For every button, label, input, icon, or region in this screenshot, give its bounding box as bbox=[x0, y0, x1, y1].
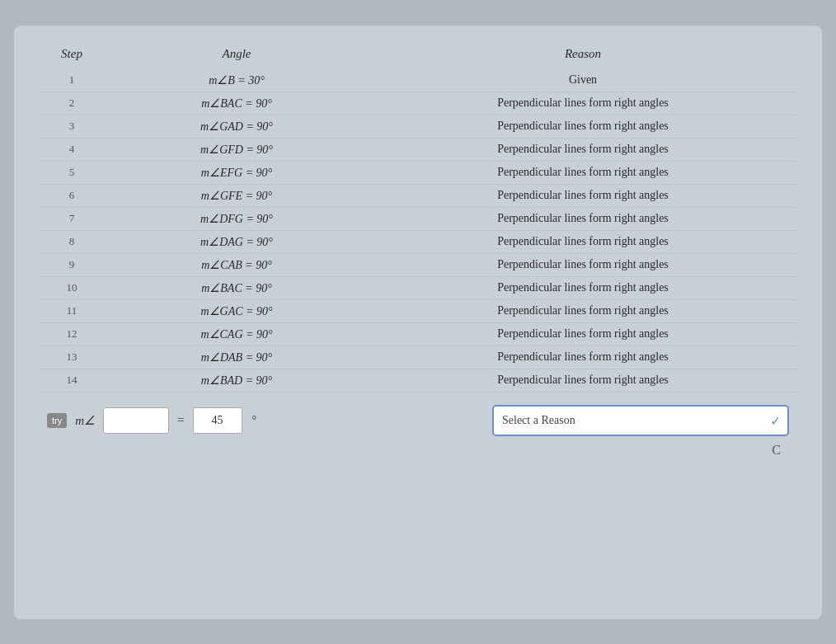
step-cell: 6 bbox=[39, 184, 105, 207]
angle-label: m∠ bbox=[75, 413, 95, 428]
table-row: 2m∠BAC = 90°Perpendicular lines form rig… bbox=[39, 92, 797, 115]
table-row: 7m∠DFG = 90°Perpendicular lines form rig… bbox=[39, 207, 797, 230]
reason-cell: Given bbox=[369, 69, 797, 92]
angle-cell: m∠BAD = 90° bbox=[105, 369, 369, 392]
step-cell: 8 bbox=[39, 230, 105, 253]
reason-cell: Perpendicular lines form right angles bbox=[369, 253, 797, 276]
header-angle: Angle bbox=[105, 42, 369, 69]
table-row: 3m∠GAD = 90°Perpendicular lines form rig… bbox=[39, 115, 797, 138]
table-row: 9m∠CAB = 90°Perpendicular lines form rig… bbox=[39, 253, 797, 276]
table-row: 5m∠EFG = 90°Perpendicular lines form rig… bbox=[39, 161, 797, 184]
angle-cell: m∠CAB = 90° bbox=[105, 253, 369, 276]
angle-cell: m∠GFE = 90° bbox=[105, 184, 369, 207]
input-row: try m∠ = 45 ° bbox=[47, 407, 256, 434]
bottom-section: try m∠ = 45 ° Select a ReasonGivenPerpen… bbox=[39, 405, 797, 436]
angle-cell: m∠DAB = 90° bbox=[105, 346, 369, 369]
table-row: 13m∠DAB = 90°Perpendicular lines form ri… bbox=[39, 346, 797, 369]
table-row: 10m∠BAC = 90°Perpendicular lines form ri… bbox=[39, 276, 797, 299]
table-row: 12m∠CAG = 90°Perpendicular lines form ri… bbox=[39, 322, 797, 346]
angle-cell: m∠BAC = 90° bbox=[105, 92, 369, 115]
reason-cell: Perpendicular lines form right angles bbox=[369, 299, 797, 322]
table-row: 8m∠DAG = 90°Perpendicular lines form rig… bbox=[39, 230, 797, 253]
reason-cell: Perpendicular lines form right angles bbox=[369, 115, 797, 138]
angle-cell: m∠B = 30° bbox=[105, 69, 369, 92]
angle-cell: m∠GAC = 90° bbox=[105, 299, 369, 322]
c-label: C bbox=[772, 443, 781, 457]
reason-cell: Perpendicular lines form right angles bbox=[369, 230, 797, 253]
angle-input[interactable] bbox=[103, 407, 169, 434]
reason-select[interactable]: Select a ReasonGivenPerpendicular lines … bbox=[492, 405, 789, 436]
step-cell: 3 bbox=[39, 115, 105, 138]
header-reason: Reason bbox=[369, 42, 797, 69]
step-cell: 4 bbox=[39, 138, 105, 161]
angle-cell: m∠DFG = 90° bbox=[105, 207, 369, 230]
reason-cell: Perpendicular lines form right angles bbox=[369, 346, 797, 369]
degree-sign: ° bbox=[252, 414, 257, 427]
angle-cell: m∠EFG = 90° bbox=[105, 161, 369, 184]
table-row: 11m∠GAC = 90°Perpendicular lines form ri… bbox=[39, 299, 797, 322]
step-cell: 12 bbox=[39, 322, 105, 346]
value-box: 45 bbox=[193, 407, 242, 434]
reason-dropdown-wrapper: Select a ReasonGivenPerpendicular lines … bbox=[492, 405, 789, 436]
reason-cell: Perpendicular lines form right angles bbox=[369, 276, 797, 299]
reason-cell: Perpendicular lines form right angles bbox=[369, 138, 797, 161]
table-row: 1m∠B = 30°Given bbox=[39, 69, 797, 92]
step-cell: 5 bbox=[39, 161, 105, 184]
reason-cell: Perpendicular lines form right angles bbox=[369, 161, 797, 184]
step-cell: 7 bbox=[39, 207, 105, 230]
try-label: try bbox=[47, 413, 67, 428]
reason-cell: Perpendicular lines form right angles bbox=[369, 322, 797, 346]
step-cell: 10 bbox=[39, 276, 105, 299]
step-cell: 2 bbox=[39, 92, 105, 115]
angle-cell: m∠GAD = 90° bbox=[105, 115, 369, 138]
table-row: 14m∠BAD = 90°Perpendicular lines form ri… bbox=[39, 369, 797, 392]
reason-cell: Perpendicular lines form right angles bbox=[369, 92, 797, 115]
step-cell: 9 bbox=[39, 253, 105, 276]
table-row: 4m∠GFD = 90°Perpendicular lines form rig… bbox=[39, 138, 797, 161]
angle-cell: m∠BAC = 90° bbox=[105, 276, 369, 299]
step-cell: 11 bbox=[39, 299, 105, 322]
reason-cell: Perpendicular lines form right angles bbox=[369, 207, 797, 230]
reason-cell: Perpendicular lines form right angles bbox=[369, 369, 797, 392]
step-cell: 14 bbox=[39, 369, 105, 392]
step-cell: 13 bbox=[39, 346, 105, 369]
step-cell: 1 bbox=[39, 69, 105, 92]
equals-sign: = bbox=[177, 413, 184, 427]
angle-cell: m∠GFD = 90° bbox=[105, 138, 369, 161]
angle-cell: m∠CAG = 90° bbox=[105, 322, 369, 346]
angle-cell: m∠DAG = 90° bbox=[105, 230, 369, 253]
main-container: Step Angle Reason 1m∠B = 30°Given2m∠BAC … bbox=[14, 26, 822, 619]
proof-table: Step Angle Reason 1m∠B = 30°Given2m∠BAC … bbox=[39, 42, 797, 393]
table-row: 6m∠GFE = 90°Perpendicular lines form rig… bbox=[39, 184, 797, 207]
header-step: Step bbox=[39, 42, 105, 69]
reason-cell: Perpendicular lines form right angles bbox=[369, 184, 797, 207]
